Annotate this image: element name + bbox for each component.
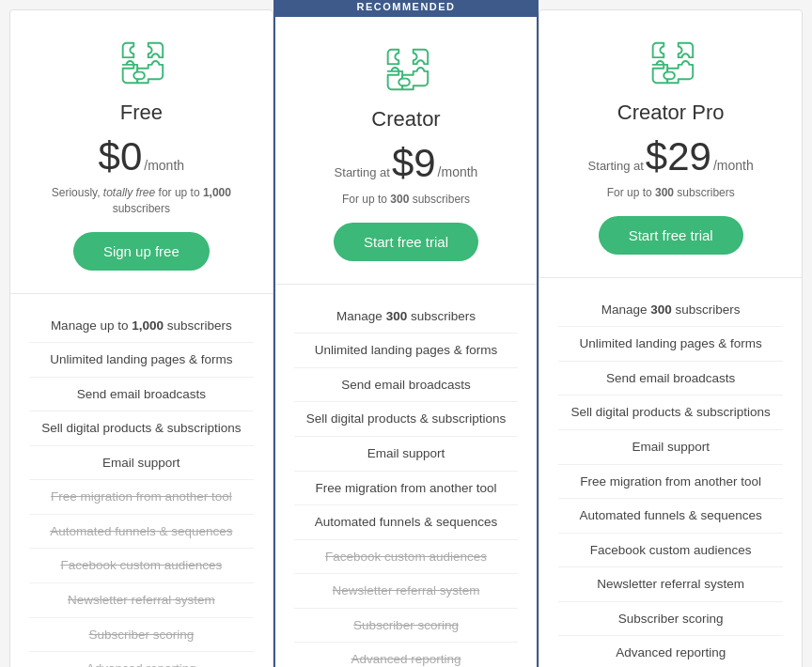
price-note: For up to 300 subscribers [294, 192, 519, 208]
feature-item: Email support [29, 446, 254, 481]
plan-icon [643, 33, 699, 89]
feature-item: Facebook custom audiences [29, 549, 254, 583]
plan-name: Creator [294, 107, 519, 132]
feature-item: Free migration from another tool [558, 465, 783, 500]
price-row: Starting at $9 /month [294, 141, 519, 186]
plan-features: Manage 300 subscribersUnlimited landing … [275, 285, 538, 667]
cta-button[interactable]: Start free trial [334, 223, 478, 261]
cta-button[interactable]: Sign up free [73, 232, 210, 271]
feature-item: Subscriber scoring [558, 602, 783, 637]
plan-header: Creator Pro Starting at $29 /month For u… [539, 10, 802, 278]
feature-item: Manage up to 1,000 subscribers [29, 309, 254, 344]
feature-item: Facebook custom audiences [558, 534, 783, 568]
plan-name: Free [29, 101, 254, 125]
plan-card-creator-pro: Creator Pro Starting at $29 /month For u… [539, 9, 803, 667]
price-starting: Starting at [335, 165, 390, 179]
plan-features: Manage 300 subscribersUnlimited landing … [539, 278, 802, 667]
price-amount: $0 [99, 134, 143, 179]
feature-item: Free migration from another tool [294, 472, 519, 506]
price-period: /month [144, 158, 184, 173]
feature-item: Send email broadcasts [558, 362, 783, 396]
price-period: /month [713, 158, 754, 173]
feature-item: Advanced reporting [294, 643, 519, 667]
plan-card-creator: RECOMMENDED Creator Starting at $9 /mont… [273, 0, 539, 667]
feature-item: Unlimited landing pages & forms [294, 334, 519, 368]
pricing-table: Free $0 /month Seriously, totally free f… [9, 9, 803, 667]
plan-name: Creator Pro [558, 101, 783, 125]
price-amount: $29 [646, 134, 711, 179]
plan-icon [113, 33, 169, 89]
feature-item: Manage 300 subscribers [558, 293, 783, 328]
feature-item: Free migration from another tool [29, 480, 254, 515]
feature-item: Subscriber scoring [29, 618, 254, 653]
plan-features: Manage up to 1,000 subscribersUnlimited … [10, 294, 273, 667]
feature-item: Facebook custom audiences [294, 540, 519, 575]
feature-item: Newsletter referral system [558, 567, 783, 602]
plan-header: Creator Starting at $9 /month For up to … [275, 17, 538, 285]
feature-item: Subscriber scoring [294, 609, 519, 644]
feature-item: Unlimited landing pages & forms [558, 327, 783, 362]
plan-icon [378, 39, 434, 96]
price-note: Seriously, totally free for up to 1,000 … [29, 185, 254, 217]
feature-item: Send email broadcasts [29, 378, 254, 412]
price-amount: $9 [392, 141, 436, 186]
cta-button[interactable]: Start free trial [599, 216, 743, 255]
feature-item: Email support [558, 430, 783, 465]
feature-item: Automated funnels & sequences [29, 515, 254, 550]
feature-item: Automated funnels & sequences [294, 505, 519, 540]
feature-item: Send email broadcasts [294, 368, 519, 403]
feature-item: Sell digital products & subscriptions [558, 396, 783, 430]
feature-item: Newsletter referral system [29, 583, 254, 618]
feature-item: Sell digital products & subscriptions [29, 411, 254, 446]
plan-card-free: Free $0 /month Seriously, totally free f… [9, 9, 273, 667]
recommended-badge: RECOMMENDED [275, 0, 538, 17]
price-starting: Starting at [588, 159, 644, 173]
feature-item: Email support [294, 437, 519, 472]
price-row: Starting at $29 /month [558, 134, 783, 179]
price-note: For up to 300 subscribers [558, 185, 783, 201]
feature-item: Sell digital products & subscriptions [294, 402, 519, 437]
feature-item: Unlimited landing pages & forms [29, 343, 254, 378]
price-row: $0 /month [29, 134, 254, 179]
price-period: /month [438, 164, 478, 179]
feature-item: Newsletter referral system [294, 574, 519, 609]
feature-item: Manage 300 subscribers [294, 300, 519, 334]
feature-item: Advanced reporting [29, 652, 254, 667]
feature-item: Automated funnels & sequences [558, 499, 783, 534]
feature-item: Advanced reporting [558, 636, 783, 667]
plan-header: Free $0 /month Seriously, totally free f… [10, 10, 273, 294]
